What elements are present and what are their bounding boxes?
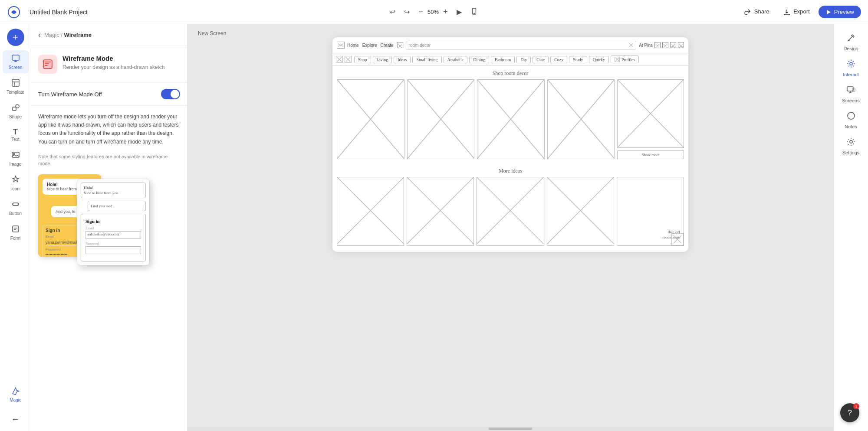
wireframe-toggle[interactable]	[161, 89, 180, 99]
wf-nav-links: Home Explore Create	[347, 42, 403, 48]
nav-link-home: Home	[347, 43, 359, 48]
back-button[interactable]: ←	[3, 411, 29, 427]
wf-nav-icons: At Pins	[639, 42, 684, 48]
sidebar-item-shape[interactable]: Shape	[3, 100, 29, 123]
screens-icon	[846, 85, 856, 97]
right-item-settings[interactable]: Settings	[836, 134, 866, 159]
svg-rect-4	[12, 55, 19, 60]
wf-tag-profiles: Profiles	[611, 56, 639, 63]
canvas-area[interactable]: New Screen Home Explore Create room deco…	[187, 24, 833, 431]
wf-col5: Show more	[617, 79, 684, 159]
wireframe-mode-subtitle: Render your design as a hand-drawn sketc…	[62, 64, 164, 71]
right-item-notes[interactable]: Notes	[836, 108, 866, 133]
wf-icon2	[662, 42, 668, 48]
sidebar-item-text[interactable]: T Text	[3, 124, 29, 145]
svg-rect-10	[13, 203, 19, 206]
wf-tag-small-living: Small living	[412, 56, 441, 63]
icon-icon	[11, 175, 20, 185]
wf-tag-bedroom: Bedroom	[491, 56, 515, 63]
show-more-button[interactable]: Show more	[617, 150, 684, 159]
redo-button[interactable]: ↪	[401, 5, 412, 19]
wf-corner-icon	[671, 233, 684, 245]
wf-image-1	[337, 79, 404, 159]
svg-point-7	[16, 104, 19, 108]
canvas-screen-label: New Screen	[198, 30, 226, 36]
text-icon: T	[13, 128, 18, 136]
sidebar-item-icon-label: Icon	[11, 186, 20, 191]
back-icon: ←	[11, 415, 20, 423]
help-notification-badge: 1	[853, 403, 859, 409]
wf-image-3	[477, 79, 545, 159]
interact-icon	[846, 59, 856, 71]
shape-icon	[11, 103, 20, 113]
help-button[interactable]: ? 1	[840, 403, 859, 422]
panel-back-button[interactable]: ‹	[38, 30, 41, 39]
sidebar-item-icon[interactable]: Icon	[3, 172, 29, 195]
add-screen-button[interactable]: +	[7, 29, 24, 46]
right-item-settings-label: Settings	[842, 150, 860, 155]
wf-tag-quirky: Quirky	[589, 56, 609, 63]
image-icon	[11, 150, 20, 160]
undo-button[interactable]: ↩	[387, 5, 398, 19]
wf-tag-cozy: Cozy	[550, 56, 567, 63]
sidebar-item-screen[interactable]: Screen	[3, 50, 29, 73]
wf-at-pins: At Pins	[639, 43, 653, 48]
sidebar-item-magic[interactable]: Magic	[3, 383, 29, 406]
svg-point-58	[850, 140, 852, 143]
wf-tag-aesthetic: Aesthetic	[444, 56, 468, 63]
nav-link-explore: Explore	[362, 43, 377, 48]
topbar: Untitled Blank Project ↩ ↪ − 50% + ▶ Sha…	[0, 0, 868, 24]
nav-close-icon	[397, 42, 403, 48]
thumbnail-card-2: Hola! Nice to hear from you. Find you to…	[77, 179, 150, 265]
wf-pin-icon	[654, 42, 661, 48]
right-item-interact[interactable]: Interact	[836, 56, 866, 81]
preview-button[interactable]: Preview	[819, 6, 861, 18]
wf-image-6	[337, 177, 404, 246]
wf-tag-dining: Dining	[469, 56, 489, 63]
wf-image-2	[407, 79, 475, 159]
toolbar-center: ↩ ↪ − 50% + ▶	[387, 5, 480, 20]
toolbar-right: Share Export Preview	[739, 6, 861, 18]
wf-image-8	[477, 177, 544, 246]
zoom-out-button[interactable]: −	[416, 7, 426, 17]
phone-button[interactable]	[468, 5, 481, 20]
export-button[interactable]: Export	[778, 6, 815, 18]
wf-image-7	[407, 177, 474, 246]
share-button[interactable]: Share	[739, 6, 774, 18]
wf-icon4	[678, 42, 684, 48]
zoom-in-button[interactable]: +	[441, 7, 450, 17]
panel: ‹ Magic / Wireframe Wireframe Mode Rende…	[31, 24, 187, 431]
toggle-label: Turn Wireframe Mode Off	[38, 91, 102, 98]
play-button[interactable]: ▶	[454, 5, 464, 19]
svg-point-9	[13, 153, 14, 155]
wf-image-9	[547, 177, 614, 246]
sidebar-item-form[interactable]: Form	[3, 221, 29, 244]
wireframe-mode-text: Wireframe Mode Render your design as a h…	[62, 55, 164, 71]
svg-point-57	[848, 112, 855, 119]
sidebar-item-image[interactable]: Image	[3, 147, 29, 170]
wireframe-grid-row2: that girl room inspo	[332, 177, 688, 252]
notes-icon	[846, 111, 856, 123]
wireframe-navbar: Home Explore Create room decor At Pins	[332, 37, 688, 53]
svg-rect-5	[12, 79, 19, 86]
settings-icon	[846, 137, 856, 149]
design-icon	[846, 33, 856, 45]
sidebar-item-screen-label: Screen	[9, 65, 23, 70]
sidebar-item-shape-label: Shape	[9, 114, 22, 119]
sidebar-item-text-label: Text	[11, 137, 19, 142]
wf-search-bar[interactable]: room decor	[406, 41, 637, 49]
main: + Screen Template	[0, 24, 868, 431]
magic-icon	[11, 386, 20, 396]
sidebar-item-template[interactable]: Template	[3, 75, 29, 98]
sidebar-item-button[interactable]: Button	[3, 196, 29, 219]
panel-header: ‹ Magic / Wireframe	[31, 24, 187, 46]
wireframe-tags: Shop Living Ideas Small living Aesthetic…	[332, 53, 688, 66]
right-item-design-label: Design	[843, 46, 858, 51]
right-item-screens[interactable]: Screens	[836, 82, 866, 107]
form-icon	[11, 225, 20, 235]
canvas-hscrollbar[interactable]	[187, 427, 833, 431]
svg-point-54	[850, 62, 852, 65]
wireframe-note: Note that some styling features are not …	[31, 153, 187, 174]
wf-tag-diy: Diy	[516, 56, 531, 63]
right-item-design[interactable]: Design	[836, 29, 866, 55]
